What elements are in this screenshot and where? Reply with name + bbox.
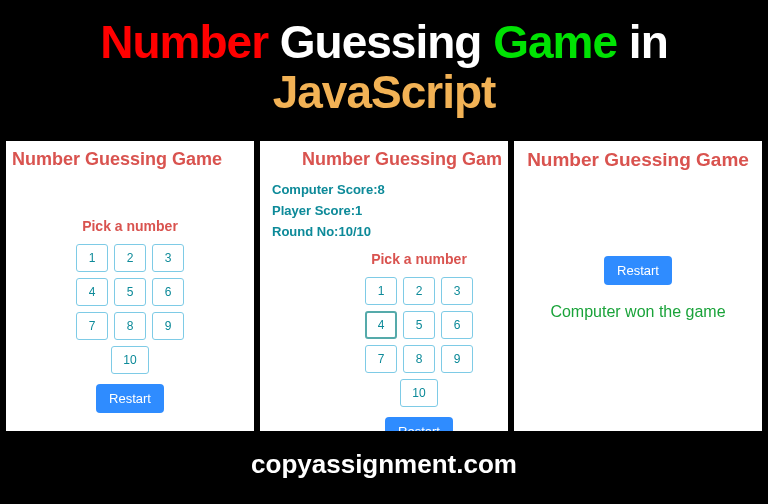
number-button-2[interactable]: 2 xyxy=(403,277,435,305)
number-grid: 1 2 3 4 5 6 7 8 9 10 xyxy=(70,244,190,374)
number-button-4[interactable]: 4 xyxy=(76,278,108,306)
number-button-5[interactable]: 5 xyxy=(114,278,146,306)
number-grid: 1 2 3 4 5 6 7 8 9 10 xyxy=(359,277,479,407)
hero-word-in: in xyxy=(629,16,668,68)
player-score-label: Player Score: xyxy=(272,203,355,218)
player-score-row: Player Score:1 xyxy=(272,201,508,222)
game-title: Number Guessing Game xyxy=(514,141,762,171)
game-title: Number Guessing Game xyxy=(6,141,254,170)
number-button-4[interactable]: 4 xyxy=(365,311,397,339)
number-button-3[interactable]: 3 xyxy=(152,244,184,272)
number-button-1[interactable]: 1 xyxy=(76,244,108,272)
score-panel: Computer Score:8 Player Score:1 Round No… xyxy=(260,170,508,242)
pick-number-label: Pick a number xyxy=(6,218,254,234)
computer-score-value: 8 xyxy=(377,182,384,197)
computer-score-row: Computer Score:8 xyxy=(272,180,508,201)
number-button-2[interactable]: 2 xyxy=(114,244,146,272)
hero-title: Number Guessing Game in JavaScript xyxy=(0,0,768,141)
number-button-10[interactable]: 10 xyxy=(111,346,149,374)
number-button-9[interactable]: 9 xyxy=(152,312,184,340)
number-button-3[interactable]: 3 xyxy=(441,277,473,305)
number-button-6[interactable]: 6 xyxy=(152,278,184,306)
player-score-value: 1 xyxy=(355,203,362,218)
number-button-7[interactable]: 7 xyxy=(76,312,108,340)
number-button-8[interactable]: 8 xyxy=(403,345,435,373)
number-button-9[interactable]: 9 xyxy=(441,345,473,373)
screenshots-row: Number Guessing Game Pick a number 1 2 3… xyxy=(0,141,768,431)
computer-score-label: Computer Score: xyxy=(272,182,377,197)
hero-word-javascript: JavaScript xyxy=(273,66,496,118)
pick-number-label: Pick a number xyxy=(330,251,508,267)
round-row: Round No:10/10 xyxy=(272,222,508,243)
result-message: Computer won the game xyxy=(514,303,762,321)
footer-credit: copyassignment.com xyxy=(0,431,768,480)
game-title: Number Guessing Gam xyxy=(260,141,508,170)
round-value: 10/10 xyxy=(338,224,371,239)
number-button-10[interactable]: 10 xyxy=(400,379,438,407)
screenshot-midgame: Number Guessing Gam Computer Score:8 Pla… xyxy=(260,141,508,431)
number-button-7[interactable]: 7 xyxy=(365,345,397,373)
number-button-1[interactable]: 1 xyxy=(365,277,397,305)
screenshot-initial: Number Guessing Game Pick a number 1 2 3… xyxy=(6,141,254,431)
restart-button[interactable]: Restart xyxy=(604,256,672,285)
round-label: Round No: xyxy=(272,224,338,239)
hero-word-game: Game xyxy=(493,16,617,68)
screenshot-result: Number Guessing Game Restart Computer wo… xyxy=(514,141,762,431)
number-button-6[interactable]: 6 xyxy=(441,311,473,339)
number-button-8[interactable]: 8 xyxy=(114,312,146,340)
hero-word-number: Number xyxy=(100,16,268,68)
hero-word-guessing: Guessing xyxy=(280,16,482,68)
restart-button[interactable]: Restart xyxy=(385,417,453,432)
number-button-5[interactable]: 5 xyxy=(403,311,435,339)
restart-button[interactable]: Restart xyxy=(96,384,164,413)
